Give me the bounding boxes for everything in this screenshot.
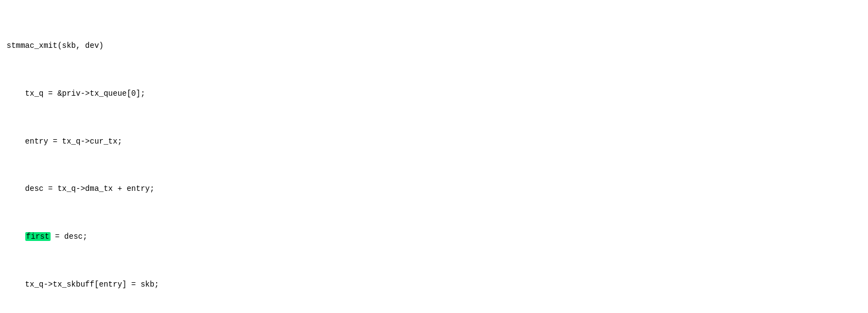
- code-line-6: tx_q->tx_skbuff[entry] = skb;: [7, 279, 861, 291]
- code-line-1: stmmac_xmit(skb, dev): [7, 40, 861, 52]
- code-line-2: tx_q = &priv->tx_queue[0];: [7, 88, 861, 100]
- code-line-5: first = desc;: [7, 231, 861, 243]
- code-line-3: entry = tx_q->cur_tx;: [7, 136, 861, 148]
- highlight-first-1: first: [25, 232, 51, 241]
- code-line-4: desc = tx_q->dma_tx + entry;: [7, 183, 861, 195]
- code-view: stmmac_xmit(skb, dev) tx_q = &priv->tx_q…: [0, 0, 868, 313]
